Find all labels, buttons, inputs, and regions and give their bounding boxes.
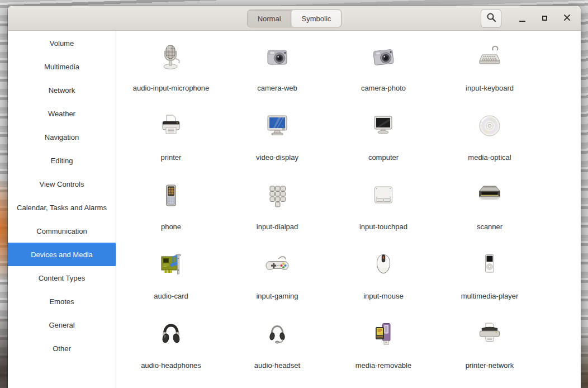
media-removable-icon — [370, 321, 397, 348]
input-mouse-icon — [370, 252, 397, 278]
icon-label: input-touchpad — [359, 223, 407, 231]
printer-icon — [158, 113, 184, 140]
icon-label: media-removable — [355, 361, 411, 370]
icon-label: phone — [161, 223, 181, 231]
camera-web-icon — [264, 44, 291, 70]
icon-label: printer-network — [466, 361, 514, 370]
icon-cell-input-dialpad[interactable]: input-dialpad — [224, 169, 330, 239]
search-icon — [486, 12, 496, 24]
sidebar-item-calendar-tasks-and-alarms[interactable]: Calendar, Tasks and Alarms — [8, 196, 116, 219]
sidebar-item-emotes[interactable]: Emotes — [8, 290, 116, 313]
maximize-icon — [542, 16, 547, 21]
icon-label: media-optical — [468, 153, 511, 162]
icon-cell-audio-headphones[interactable]: audio-headphones — [118, 308, 224, 377]
sidebar-item-other[interactable]: Other — [8, 337, 116, 360]
input-keyboard-icon — [476, 44, 503, 70]
minimize-button[interactable] — [515, 11, 529, 26]
sidebar-item-content-types[interactable]: Content Types — [8, 266, 116, 290]
close-button[interactable] — [559, 11, 574, 26]
app-window: Normal Symbolic VolumeMultimediaNetworkW… — [8, 6, 581, 388]
input-gaming-icon — [264, 252, 291, 278]
icon-label: audio-headset — [254, 361, 300, 370]
icon-label: audio-headphones — [141, 361, 201, 370]
icon-grid: audio-input-microphonecamera-webcamera-p… — [116, 31, 581, 388]
titlebar-controls — [481, 6, 574, 31]
icon-label: computer — [368, 153, 399, 162]
icon-cell-multimedia-player[interactable]: multimedia-player — [437, 239, 543, 308]
icon-cell-audio-input-microphone[interactable]: audio-input-microphone — [118, 31, 224, 100]
icon-label: camera-web — [257, 84, 297, 92]
sidebar-item-network[interactable]: Network — [8, 78, 116, 102]
icon-cell-media-removable[interactable]: media-removable — [330, 308, 437, 377]
sidebar-item-communication[interactable]: Communication — [8, 219, 116, 243]
icon-style-toggle: Normal Symbolic — [247, 10, 342, 27]
computer-icon — [370, 113, 397, 140]
sidebar-item-general[interactable]: General — [8, 313, 116, 337]
sidebar-item-multimedia[interactable]: Multimedia — [8, 55, 116, 78]
input-dialpad-icon — [264, 182, 291, 209]
close-icon — [563, 13, 571, 23]
icon-label: audio-input-microphone — [133, 84, 210, 92]
icon-label: audio-card — [154, 292, 188, 300]
icon-label: video-display — [256, 153, 298, 162]
icon-cell-printer[interactable]: printer — [118, 100, 224, 169]
sidebar-item-devices-and-media[interactable]: Devices and Media — [8, 243, 116, 266]
icon-label: printer — [161, 153, 182, 162]
sidebar-item-view-controls[interactable]: View Controls — [8, 172, 116, 196]
sidebar-item-volume[interactable]: Volume — [8, 31, 116, 55]
icon-cell-audio-card[interactable]: audio-card — [118, 239, 224, 308]
audio-input-microphone-icon — [158, 44, 184, 70]
icon-label: scanner — [477, 223, 502, 231]
printer-network-icon — [476, 321, 503, 348]
icon-cell-audio-headset[interactable]: audio-headset — [224, 308, 330, 377]
icon-cell-video-display[interactable]: video-display — [224, 100, 330, 169]
phone-icon — [158, 182, 184, 209]
icon-label: input-gaming — [256, 292, 298, 300]
icon-label: input-dialpad — [257, 223, 298, 231]
icon-cell-computer[interactable]: computer — [330, 100, 437, 169]
icon-cell-camera-web[interactable]: camera-web — [224, 31, 330, 100]
icon-cell-media-optical[interactable]: media-optical — [437, 100, 543, 169]
minimize-icon — [519, 21, 525, 22]
titlebar: Normal Symbolic — [8, 6, 581, 31]
icon-cell-input-gaming[interactable]: input-gaming — [224, 239, 330, 308]
multimedia-player-icon — [476, 252, 503, 278]
sidebar-item-editing[interactable]: Editing — [8, 149, 116, 172]
toggle-symbolic-button[interactable]: Symbolic — [291, 10, 342, 27]
video-display-icon — [264, 113, 291, 140]
maximize-button[interactable] — [537, 11, 552, 26]
media-optical-icon — [476, 113, 503, 140]
icon-cell-input-touchpad[interactable]: input-touchpad — [330, 169, 437, 239]
icon-cell-input-mouse[interactable]: input-mouse — [330, 239, 437, 308]
icon-label: input-mouse — [363, 292, 404, 300]
camera-photo-icon — [370, 44, 397, 70]
icon-label: multimedia-player — [461, 292, 519, 300]
search-button[interactable] — [481, 9, 501, 28]
icon-cell-phone[interactable]: phone — [118, 169, 224, 239]
category-sidebar: VolumeMultimediaNetworkWeatherNavigation… — [8, 31, 116, 388]
icon-label: input-keyboard — [466, 84, 514, 92]
icon-label: camera-photo — [361, 84, 406, 92]
sidebar-item-weather[interactable]: Weather — [8, 102, 116, 125]
audio-card-icon — [158, 252, 184, 278]
icon-cell-printer-network[interactable]: printer-network — [437, 308, 543, 377]
icon-cell-camera-photo[interactable]: camera-photo — [330, 31, 437, 100]
scanner-icon — [476, 182, 503, 209]
toggle-normal-button[interactable]: Normal — [248, 10, 291, 27]
input-touchpad-icon — [370, 182, 397, 209]
audio-headphones-icon — [158, 321, 184, 348]
audio-headset-icon — [264, 321, 291, 348]
sidebar-item-navigation[interactable]: Navigation — [8, 125, 116, 149]
window-body: VolumeMultimediaNetworkWeatherNavigation… — [8, 31, 581, 388]
icon-cell-input-keyboard[interactable]: input-keyboard — [437, 31, 543, 100]
icon-cell-scanner[interactable]: scanner — [437, 169, 543, 239]
